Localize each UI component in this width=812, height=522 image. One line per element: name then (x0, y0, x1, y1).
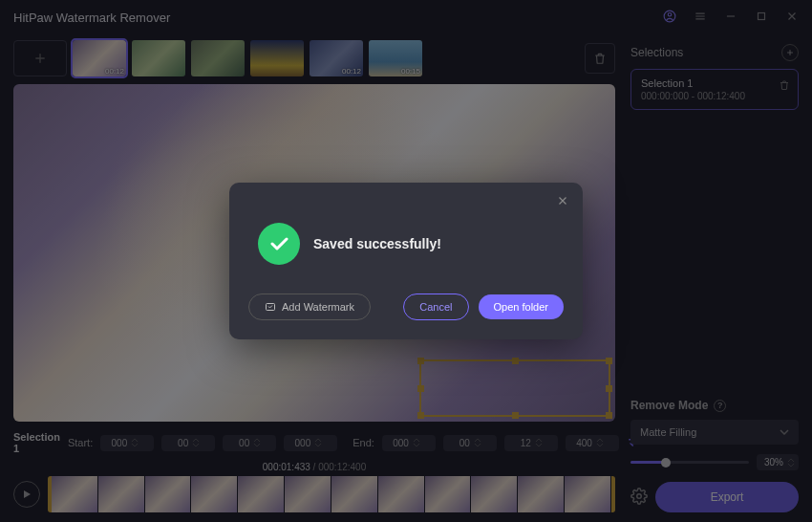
open-folder-button[interactable]: Open folder (479, 294, 564, 319)
modal-scrim: Saved successfully! Add Watermark Cancel… (0, 0, 812, 522)
modal-close-icon[interactable] (556, 194, 569, 210)
add-watermark-button[interactable]: Add Watermark (248, 294, 371, 320)
cancel-button[interactable]: Cancel (403, 294, 468, 320)
success-check-icon (258, 223, 300, 265)
modal-message: Saved successfully! (313, 236, 441, 251)
saved-modal: Saved successfully! Add Watermark Cancel… (229, 183, 583, 339)
